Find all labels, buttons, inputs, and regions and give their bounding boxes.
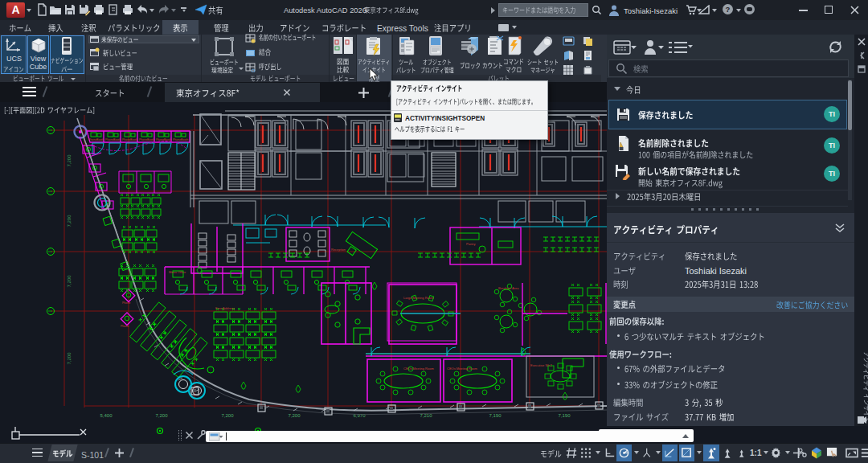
svg-text:7,200: 7,200 [67, 275, 72, 288]
svg-text:Reception: Reception [331, 248, 346, 252]
svg-text:5,400: 5,400 [100, 413, 113, 418]
svg-text:Phone: Phone [121, 325, 129, 328]
svg-text:Phone: Phone [122, 301, 130, 305]
svg-text:PhoneBooth: PhoneBooth [139, 138, 154, 141]
svg-text:7,200: 7,200 [155, 413, 168, 418]
svg-text:PhoneBooth: PhoneBooth [105, 138, 121, 141]
svg-text:PhoneBooth: PhoneBooth [173, 138, 188, 141]
svg-text:7,190: 7,190 [558, 413, 571, 418]
svg-text:7,200: 7,200 [67, 154, 72, 167]
svg-text:7,200: 7,200 [221, 413, 234, 418]
svg-text:Large Meeting Room: Large Meeting Room [403, 296, 434, 300]
svg-text:7,190: 7,190 [489, 413, 502, 418]
svg-text:Pantry: Pantry [466, 242, 476, 246]
svg-text:6,970: 6,970 [353, 413, 366, 418]
svg-text:Executive Wr 2: Executive Wr 2 [530, 363, 553, 367]
svg-text:Breakout Area: Breakout Area [498, 286, 519, 290]
svg-text:CEOs Meeting Room: CEOs Meeting Room [403, 367, 434, 371]
svg-text:PhoneBooth: PhoneBooth [88, 138, 104, 141]
svg-text:7,200: 7,200 [67, 215, 72, 227]
svg-text:7,200: 7,200 [67, 352, 72, 365]
svg-text:PhoneBooth: PhoneBooth [122, 138, 137, 141]
svg-text:7,200: 7,200 [288, 413, 301, 418]
svg-text:Free Address: Free Address [215, 306, 235, 310]
svg-text:CEOs Meeting Room: CEOs Meeting Room [447, 367, 477, 371]
svg-text:Mens Office: Mens Office [169, 270, 186, 274]
